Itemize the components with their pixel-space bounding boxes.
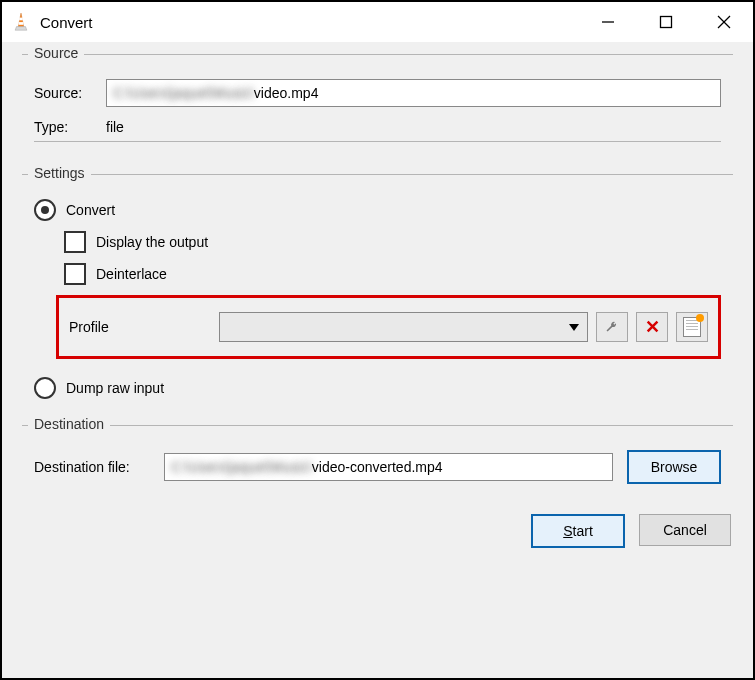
- close-button[interactable]: [695, 2, 753, 42]
- profile-select[interactable]: [219, 312, 588, 342]
- titlebar: Convert: [2, 2, 753, 42]
- source-path-blurred: C:\Users\jaquet\Music\: [113, 85, 254, 101]
- start-label: Start: [563, 523, 593, 539]
- profile-row-highlight: Profile ✕: [56, 295, 721, 359]
- source-input[interactable]: C:\Users\jaquet\Music\ video.mp4: [106, 79, 721, 107]
- source-group-label: Source: [28, 45, 84, 61]
- dialog-footer: Start Cancel: [22, 508, 733, 548]
- svg-rect-4: [661, 17, 672, 28]
- destination-file-label: Destination file:: [34, 459, 164, 475]
- browse-button[interactable]: Browse: [627, 450, 721, 484]
- checkbox-icon: [64, 231, 86, 253]
- type-label: Type:: [34, 119, 106, 135]
- destination-file-input[interactable]: C:\Users\jaquet\Music\ video-converted.m…: [164, 453, 613, 481]
- convert-radio-row[interactable]: Convert: [34, 199, 721, 221]
- destination-group-label: Destination: [28, 416, 110, 432]
- display-output-label: Display the output: [96, 234, 208, 250]
- cancel-label: Cancel: [663, 522, 707, 538]
- dump-raw-radio-row[interactable]: Dump raw input: [34, 377, 721, 399]
- destination-path-blurred: C:\Users\jaquet\Music\: [171, 459, 312, 475]
- start-button[interactable]: Start: [531, 514, 625, 548]
- source-filename: video.mp4: [254, 85, 319, 101]
- client-area: Source Source: C:\Users\jaquet\Music\ vi…: [2, 42, 753, 678]
- checkbox-icon: [64, 263, 86, 285]
- settings-group: Settings Convert Display the output Dein…: [22, 174, 733, 407]
- window-title: Convert: [40, 14, 93, 31]
- deinterlace-checkbox[interactable]: Deinterlace: [64, 263, 721, 285]
- settings-group-label: Settings: [28, 165, 91, 181]
- radio-icon: [34, 199, 56, 221]
- dump-raw-label: Dump raw input: [66, 380, 164, 396]
- new-profile-button[interactable]: [676, 312, 708, 342]
- browse-label: Browse: [651, 459, 698, 475]
- source-label: Source:: [34, 85, 106, 101]
- convert-radio-label: Convert: [66, 202, 115, 218]
- destination-group: Destination Destination file: C:\Users\j…: [22, 425, 733, 498]
- radio-icon: [34, 377, 56, 399]
- profile-label: Profile: [69, 319, 219, 335]
- deinterlace-label: Deinterlace: [96, 266, 167, 282]
- delete-profile-button[interactable]: ✕: [636, 312, 668, 342]
- new-document-icon: [683, 317, 701, 337]
- destination-filename: video-converted.mp4: [312, 459, 443, 475]
- cancel-button[interactable]: Cancel: [639, 514, 731, 546]
- svg-rect-1: [19, 18, 23, 21]
- edit-profile-button[interactable]: [596, 312, 628, 342]
- maximize-button[interactable]: [637, 2, 695, 42]
- type-value: file: [106, 119, 124, 135]
- display-output-checkbox[interactable]: Display the output: [64, 231, 721, 253]
- dropdown-icon: [569, 324, 579, 331]
- minimize-button[interactable]: [579, 2, 637, 42]
- svg-rect-2: [19, 22, 24, 25]
- source-group: Source Source: C:\Users\jaquet\Music\ vi…: [22, 54, 733, 156]
- app-icon: [12, 12, 32, 32]
- source-divider: [34, 141, 721, 142]
- wrench-icon: [604, 319, 620, 335]
- x-icon: ✕: [645, 318, 660, 336]
